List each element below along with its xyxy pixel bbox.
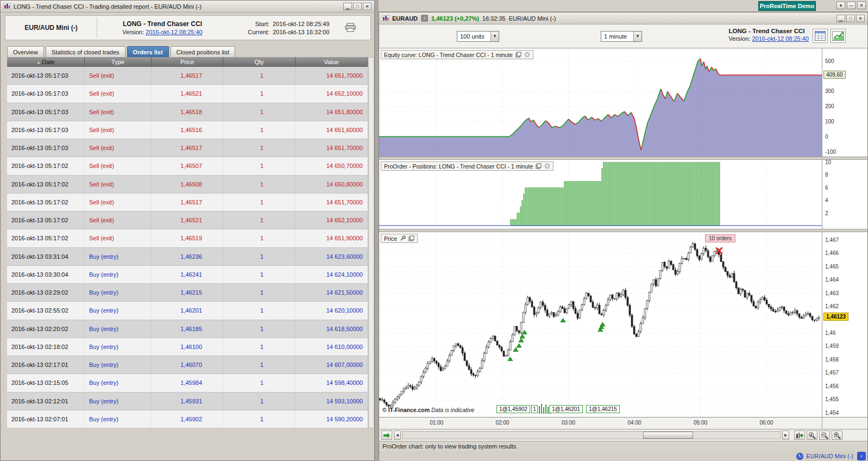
cell-price: 1,46507 xyxy=(152,157,223,175)
table-row[interactable]: 2016-okt-13 05:17:02Sell (exit)1,4650711… xyxy=(7,157,368,175)
x-axis-label: 05:00 xyxy=(691,420,710,426)
tab-closed-positions-list[interactable]: Closed positions list xyxy=(171,46,235,57)
timeframe-value: 1 minute xyxy=(601,33,633,40)
trading-report-window: LONG - Trend Chaser CCI - Trading detail… xyxy=(0,0,375,461)
info-icon[interactable]: i xyxy=(421,15,428,22)
table-row[interactable]: 2016-okt-13 05:17:03Sell (exit)1,4652111… xyxy=(7,85,368,103)
zoom-in-button[interactable] xyxy=(832,431,842,440)
column-header-type[interactable]: Type xyxy=(85,57,152,67)
cell-value: 14 651,70000 xyxy=(295,67,368,84)
close-button[interactable]: ✕ xyxy=(363,3,372,10)
table-row[interactable]: 2016-okt-13 02:18:02Buy (entry)1,4610011… xyxy=(7,338,368,356)
cell-price: 1,46521 xyxy=(152,211,223,229)
table-row[interactable]: 2016-okt-13 03:31:04Buy (entry)1,4623611… xyxy=(7,248,368,266)
tab-statistics-of-closed-trades[interactable]: Statistics of closed trades xyxy=(46,46,125,57)
column-header-qty[interactable]: Qty xyxy=(223,57,295,67)
zoom-out-button[interactable] xyxy=(819,431,830,440)
column-header-date[interactable]: ▲Date xyxy=(7,57,85,67)
scroll-right-button[interactable]: ► xyxy=(782,431,789,440)
price-plot[interactable] xyxy=(379,232,822,417)
table-row[interactable]: 2016-okt-13 05:17:03Sell (exit)1,4651711… xyxy=(7,67,368,85)
version-link[interactable]: 2016-okt-12 08:25:40 xyxy=(146,29,203,35)
table-row[interactable]: 2016-okt-13 05:17:02Sell (exit)1,4651711… xyxy=(7,194,368,211)
corner-shortcut-icon[interactable]: › xyxy=(857,452,866,460)
equity-plot[interactable] xyxy=(379,48,822,157)
tab-overview[interactable]: Overview xyxy=(7,46,44,57)
table-row[interactable]: 2016-okt-13 02:17:01Buy (entry)1,4607011… xyxy=(7,356,368,374)
report-table-button[interactable] xyxy=(813,29,828,43)
table-row[interactable]: 2016-okt-13 05:17:03Sell (exit)1,4651711… xyxy=(7,139,368,157)
current-label: Current: xyxy=(241,29,269,35)
chart-window-icon xyxy=(382,15,389,22)
tab-orders-list[interactable]: Orders list xyxy=(127,46,169,57)
version-link[interactable]: 2016-okt-12 08:25:40 xyxy=(752,35,809,42)
table-row[interactable]: 2016-okt-13 02:12:01Buy (entry)1,4593111… xyxy=(7,393,368,410)
cell-value: 14 652,10000 xyxy=(295,211,368,229)
timeframe-select[interactable]: 1 minute ▼ xyxy=(601,31,642,42)
cell-value: 14 651,70000 xyxy=(295,194,368,211)
table-row[interactable]: 2016-okt-13 05:17:02Sell (exit)1,4651911… xyxy=(7,229,368,247)
equity-current-badge: 409,60 xyxy=(823,71,846,79)
chart-window-titlebar[interactable]: EURAUD i 1,46123 (+0,27%) 16:32:35 EUR/A… xyxy=(379,13,867,24)
orders-table: ▲Date Type Price Qty Value 2016-okt-13 0… xyxy=(7,57,368,428)
instrument-link[interactable]: EUR/AUD Mini (-) xyxy=(806,453,853,459)
chart-maximize-button[interactable]: □ xyxy=(846,15,855,22)
printer-icon xyxy=(344,23,356,33)
equity-chart-button[interactable] xyxy=(831,29,846,43)
scroll-left-button[interactable]: ◄ xyxy=(394,431,401,440)
system-name: LONG - Trend Chaser CCI xyxy=(123,20,202,28)
app-close-button[interactable]: ✕ xyxy=(857,2,866,9)
y-axis-label: 1,462 xyxy=(825,303,839,309)
column-header-value[interactable]: Value xyxy=(295,57,368,67)
wrench-icon[interactable] xyxy=(400,235,406,241)
units-select[interactable]: 100 units ▼ xyxy=(457,31,499,42)
indicative-note: Data is indicative xyxy=(431,407,474,413)
menu-button[interactable]: ▾ xyxy=(836,2,845,9)
cell-type: Buy (entry) xyxy=(85,393,152,410)
table-row[interactable]: 2016-okt-13 05:17:02Sell (exit)1,4650811… xyxy=(7,176,368,194)
minimize-button[interactable]: ▁ xyxy=(343,3,352,10)
table-row[interactable]: 2016-okt-13 02:07:01Buy (entry)1,4590211… xyxy=(7,410,368,428)
table-row[interactable]: 2016-okt-13 02:15:05Buy (entry)1,4598411… xyxy=(7,374,368,392)
chart-scrollbar-thumb[interactable] xyxy=(643,432,693,439)
cell-type: Buy (entry) xyxy=(85,410,152,428)
cell-value: 14 621,50000 xyxy=(295,284,368,301)
cell-date: 2016-okt-13 05:17:03 xyxy=(7,139,85,157)
table-row[interactable]: 2016-okt-13 02:55:02Buy (entry)1,4620111… xyxy=(7,302,368,320)
cell-price: 1,46519 xyxy=(152,229,223,247)
detach-window-icon[interactable] xyxy=(408,235,414,241)
chart-minimize-button[interactable]: ▁ xyxy=(836,15,845,22)
table-row[interactable]: 2016-okt-13 05:17:03Sell (exit)1,4651811… xyxy=(7,103,368,121)
zoom-selection-button[interactable] xyxy=(807,431,817,440)
current-time-row: Current: 2016-okt-13 16:32:00 xyxy=(241,29,337,35)
chart-scrollbar[interactable] xyxy=(402,431,781,439)
cell-date: 2016-okt-13 02:18:02 xyxy=(7,338,85,356)
print-button[interactable] xyxy=(344,16,370,40)
cell-value: 14 593,10000 xyxy=(295,393,368,410)
candles-plus-icon xyxy=(796,432,803,439)
cell-type: Buy (entry) xyxy=(85,284,152,301)
cell-qty: 1 xyxy=(223,194,295,211)
table-row[interactable]: 2016-okt-13 05:17:02Sell (exit)1,4652111… xyxy=(7,211,368,229)
cell-type: Buy (entry) xyxy=(85,320,152,338)
chart-close-button[interactable]: ✕ xyxy=(856,15,865,22)
add-data-button[interactable] xyxy=(794,431,805,440)
column-header-price[interactable]: Price xyxy=(152,57,223,67)
table-scrollbar[interactable] xyxy=(368,57,374,428)
cell-date: 2016-okt-13 02:20:02 xyxy=(7,320,85,338)
cell-qty: 1 xyxy=(223,393,295,410)
go-to-last-button[interactable] xyxy=(381,431,392,440)
table-row[interactable]: 2016-okt-13 03:29:02Buy (entry)1,4621511… xyxy=(7,284,368,302)
report-window-titlebar[interactable]: LONG - Trend Chaser CCI - Trading detail… xyxy=(1,1,374,13)
detach-window-icon[interactable] xyxy=(536,163,542,169)
app-minimize-button[interactable]: ─ xyxy=(847,2,856,9)
detach-window-icon[interactable] xyxy=(515,52,521,58)
table-row[interactable]: 2016-okt-13 05:17:03Sell (exit)1,4651611… xyxy=(7,121,368,139)
close-icon[interactable] xyxy=(544,163,550,169)
cell-type: Buy (entry) xyxy=(85,374,152,391)
maximize-button[interactable]: □ xyxy=(353,3,362,10)
table-row[interactable]: 2016-okt-13 02:20:02Buy (entry)1,4618511… xyxy=(7,320,368,338)
cell-qty: 1 xyxy=(223,284,295,301)
close-icon[interactable] xyxy=(524,52,530,58)
table-row[interactable]: 2016-okt-13 03:30:04Buy (entry)1,4624111… xyxy=(7,266,368,284)
